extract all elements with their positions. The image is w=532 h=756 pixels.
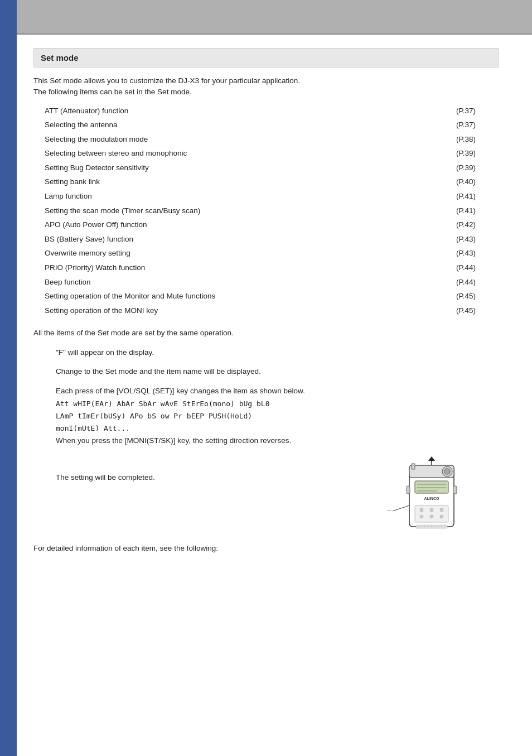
main-content: Set mode This Set mode allows you to cus… [0,39,532,566]
key1 [420,508,423,512]
footer-text: For detailed information of each item, s… [33,544,218,552]
toc-item-label: Lamp function [33,189,454,204]
step3-line4: monI(mUtE) Att... [56,422,499,435]
top-bar [0,0,532,33]
step3-line3: LAmP tImEr(bUSy) APo bS ow Pr bEEP PUSH(… [56,410,499,422]
step4-text: The setting will be completed. [56,473,155,481]
toc-table: ATT (Attenuator) function(P.37)Selecting… [33,104,499,318]
key6 [440,515,443,518]
page-container: Set mode This Set mode allows you to cus… [0,0,532,756]
step3-line5: When you press the [MONI(ST/SK)] key, th… [56,435,499,447]
device-section: The setting will be completed. [33,455,499,535]
toc-row: Beep function(P.44) [33,275,499,290]
toc-row: Overwrite memory setting(P.43) [33,246,499,261]
radio-knob-inner [444,469,450,474]
radio-antenna [412,464,415,469]
step1-block: "F" will appear on the display. [56,347,499,358]
toc-row: Setting operation of the Monitor and Mut… [33,289,499,304]
footer-text-area: For detailed information of each item, s… [33,543,499,554]
toc-item-page: (P.37) [454,104,499,118]
toc-item-label: Setting the scan mode (Timer scan/Busy s… [33,204,454,218]
brand-label: ALINCO [424,497,439,500]
key2 [430,508,433,512]
toc-item-label: Setting operation of the MONI key [33,304,454,318]
toc-item-page: (P.42) [454,218,499,232]
step4-text-area: The setting will be completed. [33,455,387,483]
device-image-area: ALINCO [387,455,476,535]
toc-item-page: (P.38) [454,132,499,147]
toc-row: Setting bank link(P.40) [33,175,499,189]
toc-row: Lamp function(P.41) [33,189,499,204]
toc-row: BS (Battery Save) function(P.43) [33,232,499,247]
toc-item-page: (P.39) [454,146,499,161]
down-arrow-icon [428,456,435,461]
toc-item-page: (P.44) [454,261,499,275]
toc-row: Selecting the modulation mode(P.38) [33,132,499,147]
toc-item-label: APO (Auto Power Off) function [33,218,454,232]
toc-item-label: Beep function [33,275,454,290]
intro-line1: This Set mode allows you to customize th… [33,76,300,85]
side-button-right [453,486,457,494]
step3-block: Each press of the [VOL/SQL (SET)] key ch… [56,385,499,447]
section1-text: All the items of the Set mode are set by… [33,328,499,339]
toc-item-label: Overwrite memory setting [33,246,454,261]
toc-item-page: (P.43) [454,232,499,247]
side-button-left [407,486,410,494]
pointer-line [393,505,409,511]
key4 [420,515,423,518]
step2-text: Change to the Set mode and the item name… [56,367,261,375]
radio-display [415,481,448,493]
toc-item-page: (P.41) [454,204,499,218]
toc-row: Selecting between stereo and monophonic(… [33,146,499,161]
toc-item-label: PRIO (Priority) Watch function [33,261,454,275]
toc-row: Setting operation of the MONI key(P.45) [33,304,499,318]
toc-row: PRIO (Priority) Watch function(P.44) [33,261,499,275]
toc-item-page: (P.45) [454,289,499,304]
key5 [430,515,433,518]
toc-item-label: Setting operation of the Monitor and Mut… [33,289,454,304]
toc-item-page: (P.45) [454,304,499,318]
toc-item-page: (P.44) [454,275,499,290]
toc-row: Selecting the antenna(P.37) [33,118,499,132]
key3 [440,508,443,512]
toc-item-label: Setting Bug Detector sensitivity [33,161,454,175]
toc-row: Setting Bug Detector sensitivity(P.39) [33,161,499,175]
toc-body: ATT (Attenuator) function(P.37)Selecting… [33,104,499,318]
step1-text: "F" will appear on the display. [56,348,154,357]
toc-item-label: ATT (Attenuator) function [33,104,454,118]
toc-item-label: BS (Battery Save) function [33,232,454,247]
toc-item-page: (P.39) [454,161,499,175]
radio-keypad [415,505,448,522]
toc-item-label: Selecting the modulation mode [33,132,454,147]
toc-item-label: Selecting between stereo and monophonic [33,146,454,161]
separator-line [0,33,532,35]
section-header: Set mode [33,48,499,68]
toc-row: Setting the scan mode (Timer scan/Busy s… [33,204,499,218]
header-title: Set mode [41,53,79,62]
toc-item-page: (P.40) [454,175,499,189]
section-gap-1: All the items of the Set mode are set by… [33,328,499,339]
toc-row: APO (Auto Power Off) function(P.42) [33,218,499,232]
step2-block: Change to the Set mode and the item name… [56,366,499,377]
toc-item-page: (P.41) [454,189,499,204]
toc-item-page: (P.43) [454,246,499,261]
toc-row: ATT (Attenuator) function(P.37) [33,104,499,118]
step3-line1: Each press of the [VOL/SQL (SET)] key ch… [56,385,499,398]
step3-line2: Att wHIP(EAr) AbAr SbAr wAvE StErEo(mono… [56,398,499,410]
device-svg: ALINCO [387,455,476,533]
intro-line2: The following items can be set in the Se… [33,88,192,96]
intro-paragraph: This Set mode allows you to customize th… [33,75,499,98]
pointer-label: — [387,507,391,512]
toc-item-label: Setting bank link [33,175,454,189]
toc-item-label: Selecting the antenna [33,118,454,132]
toc-item-page: (P.37) [454,118,499,132]
